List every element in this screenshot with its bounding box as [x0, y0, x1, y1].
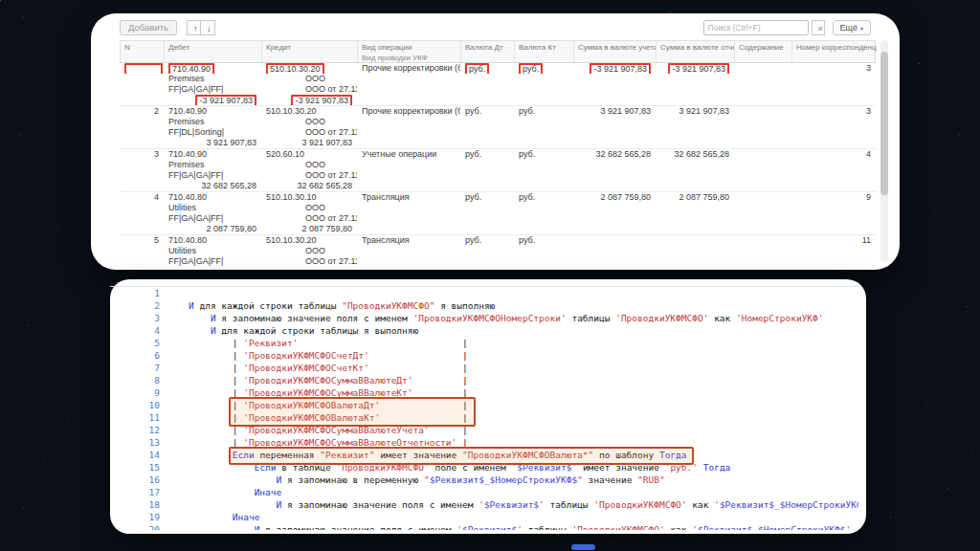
line-number: 3 [110, 312, 160, 324]
code-line: 11 | 'ПроводкиУКФМСФОВалютаКт' | [110, 411, 858, 424]
cell [656, 267, 734, 270]
cell [460, 256, 514, 267]
vertical-scrollbar[interactable] [880, 40, 888, 262]
cell-sum-reporting: 32 682 565,28 [656, 149, 734, 160]
code-text: И я запоминаю значение поля с именем '$Р… [189, 523, 851, 530]
code-text: | 'ПроводкиУКФМСФОСуммаВВалютеОтчетности… [189, 436, 468, 449]
chevron-down-icon: ▾ [860, 26, 863, 32]
cell-content [734, 63, 791, 74]
cell-currency-kt: руб. [514, 235, 573, 246]
cell [573, 213, 656, 224]
cell-credit-subconto2: ООО от 27.11.20... [261, 127, 357, 138]
cell [791, 117, 876, 127]
cell-debit-sum: -3 921 907,83 [164, 95, 261, 105]
line-number: 4 [110, 324, 160, 337]
table-row-line: FF|GA|GA|FF|ООО от 27.11.20... [120, 213, 876, 224]
column-title: Валюта Дт [465, 43, 510, 52]
cell [514, 256, 573, 267]
cell [734, 74, 791, 84]
cell-sum-reporting: 3 921 907,83 [656, 106, 734, 117]
cell [656, 246, 734, 256]
cell [791, 95, 876, 105]
cell [791, 84, 876, 95]
table-row[interactable]: 5710.40.80510.10.30.20Трансляцияруб.руб.… [120, 235, 876, 270]
clear-search-button[interactable]: × [812, 20, 825, 35]
scrollbar-thumb[interactable] [880, 52, 888, 195]
table-row-line: 3 921 907,833 921 907,83 [120, 138, 876, 148]
code-line: 9 | 'ПроводкиУКФМСФОСуммаВВалютеКт' | [110, 386, 858, 399]
cell-operation: Учетные операции [357, 149, 460, 160]
cell-debit-subconto1: Utilities [164, 246, 261, 256]
code-text: Иначе [189, 486, 281, 498]
table-toolbar: Добавить ↑ ↓ × Ещё▾ [120, 18, 871, 37]
cell [460, 160, 514, 170]
cell [357, 203, 460, 213]
code-text: И для каждой строки таблицы "ПроводкиУКФ… [189, 299, 495, 312]
move-up-button[interactable]: ↑ [187, 20, 201, 35]
code-text: Если переменная "Реквизит" имеет значени… [189, 449, 687, 461]
cell [514, 246, 573, 256]
cell-debit: 710.40.90 [164, 63, 261, 74]
code-line: 2И для каждой строки таблицы "ПроводкиУК… [110, 299, 858, 312]
cell [791, 246, 876, 256]
code-line: 7 | 'ПроводкиУКФМСФОСчетКт' | [110, 362, 858, 374]
line-number: 11 [110, 411, 160, 424]
cell [460, 117, 514, 127]
cell [573, 74, 656, 84]
code-line: 8 | 'ПроводкиУКФМСФОСуммаВВалютеДт' | [110, 374, 858, 386]
column-header: Кредит [262, 41, 358, 62]
cell [734, 117, 791, 127]
code-text: | 'ПроводкиУКФМСФОСуммаВВалютеДт' | [189, 374, 468, 386]
cell-credit-subconto2: ООО от 27.11.20... [261, 84, 357, 95]
code-line: 15 Если в таблице 'ПроводкиУКФМСФО' поле… [110, 461, 858, 474]
add-button[interactable]: Добавить [120, 20, 177, 35]
cell-credit-subconto2: ООО от 27.11.20... [261, 170, 357, 181]
cell [514, 74, 573, 84]
cell-sum-reporting: -3 921 907,83 [656, 63, 734, 74]
cell [460, 213, 514, 224]
line-number: 18 [110, 498, 160, 511]
table-row-line: 3710.40.90520.60.10Учетные операциируб.р… [120, 149, 876, 160]
postings-table[interactable]: NДебетКредитВид операцииВид проводки УКФ… [120, 40, 876, 270]
cell-operation: Прочие корректировки (без ... [357, 63, 460, 74]
cell-n: 2 [120, 106, 164, 117]
code-line: 18 И я запоминаю значение поля с именем … [110, 498, 858, 511]
line-number: 7 [110, 362, 160, 374]
cell-sum-accounting: 2 087 759,80 [573, 192, 656, 203]
cell-n: 3 [120, 149, 164, 160]
postings-table-window: Добавить ↑ ↓ × Ещё▾ NДебетКредитВид опер… [91, 13, 900, 270]
cell [791, 256, 876, 267]
cell-n: 1 [120, 63, 164, 74]
cell [514, 117, 573, 127]
cell [573, 256, 656, 267]
table-row-line: 32 682 565,2832 682 565,28 [120, 181, 876, 191]
cell-content [734, 106, 791, 117]
cell [120, 203, 164, 213]
table-row-line: FF|GA|GA|FF|ООО от 27.11.20... [120, 256, 876, 267]
search-input[interactable] [703, 20, 809, 35]
table-row[interactable]: 2710.40.90510.10.30.20Прочие корректиров… [120, 106, 876, 149]
cell [791, 224, 876, 234]
table-row-line [120, 267, 876, 270]
table-header-row: NДебетКредитВид операцииВид проводки УКФ… [120, 40, 876, 63]
table-row[interactable]: 1710.40.90510.10.30.20Прочие корректиров… [120, 63, 876, 106]
cell-credit: 510.10.30.20 [261, 63, 357, 74]
cell [514, 203, 573, 213]
more-button[interactable]: Ещё▾ [833, 20, 871, 35]
cell [734, 256, 791, 267]
move-down-button[interactable]: ↓ [201, 20, 215, 35]
slide-progress-pill [571, 544, 595, 550]
code-line: 13 | 'ПроводкиУКФМСФОСуммаВВалютеОтчетно… [110, 436, 858, 449]
cell [460, 74, 514, 84]
cell-currency-kt: руб. [514, 192, 573, 203]
cell [357, 84, 460, 95]
cell [120, 224, 164, 234]
table-row[interactable]: 3710.40.90520.60.10Учетные операциируб.р… [120, 149, 876, 192]
line-number: 5 [110, 337, 160, 349]
cell-credit-sum: -3 921 907,83 [261, 95, 357, 105]
column-title: Вид операции [362, 43, 457, 52]
line-number: 9 [110, 386, 160, 399]
table-row[interactable]: 4710.40.80510.10.30.10Трансляцияруб.руб.… [120, 192, 876, 235]
code-editor[interactable]: 12И для каждой строки таблицы "ПроводкиУ… [110, 286, 858, 530]
cell [573, 224, 656, 234]
